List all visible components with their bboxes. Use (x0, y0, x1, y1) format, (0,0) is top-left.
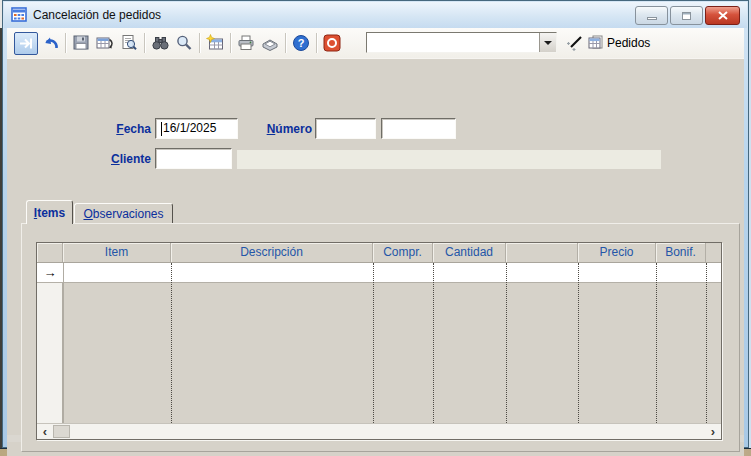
binoculars-icon (151, 34, 170, 52)
cliente-label: Cliente (65, 152, 151, 166)
save-icon (72, 34, 90, 52)
print-preview-button[interactable] (117, 32, 141, 55)
pedidos-table-icon (587, 34, 605, 52)
grid-column-separator (706, 263, 707, 423)
grid-column-separator (63, 263, 64, 423)
maximize-button[interactable] (670, 6, 703, 25)
grid-cell-col-6[interactable] (506, 263, 578, 282)
grid-cell-precio[interactable] (578, 263, 656, 282)
combobox-dropdown-button[interactable] (539, 33, 556, 52)
grid-row[interactable]: → (37, 263, 721, 283)
grid-header-cantidad: Cantidad (433, 243, 506, 262)
help-icon: ? (292, 34, 310, 52)
grid-cell-bonif[interactable] (656, 263, 706, 282)
grid-header-indicator (37, 243, 63, 262)
cliente-code-input[interactable] (155, 148, 232, 169)
grid-column-separator (373, 263, 374, 423)
window-controls (635, 6, 740, 25)
printer-icon (237, 34, 255, 52)
grid-cell-descripcion[interactable] (171, 263, 373, 282)
post-button[interactable] (14, 32, 38, 55)
pedidos-button[interactable]: Pedidos (587, 31, 650, 55)
cliente-name-display (237, 150, 661, 169)
svg-text:?: ? (298, 37, 305, 49)
text-caret (161, 122, 162, 136)
maximize-icon (682, 12, 691, 20)
combobox-value (367, 33, 539, 52)
help-button[interactable]: ? (289, 32, 313, 55)
titlebar[interactable]: Cancelación de pedidos (4, 2, 747, 28)
minimize-icon (647, 17, 657, 20)
grid-indicator-column (37, 263, 63, 423)
refresh-table-button[interactable] (93, 32, 117, 55)
window-title: Cancelación de pedidos (33, 8, 161, 22)
table-arrow-icon (96, 34, 114, 52)
search-button[interactable] (172, 32, 196, 55)
grid-header-item: Item (63, 243, 171, 262)
grid-column-separator (578, 263, 579, 423)
toolbar-separator (65, 33, 66, 53)
grid-header-precio: Precio (578, 243, 656, 262)
grid-header-descripcion: Descripción (171, 243, 373, 262)
toolbar-combobox[interactable] (366, 32, 557, 53)
scan-button[interactable] (258, 32, 282, 55)
toolbar-separator (316, 33, 317, 53)
numero-input-1[interactable] (315, 118, 376, 139)
tab-items[interactable]: Items (26, 200, 73, 224)
grid-horizontal-scrollbar[interactable]: ‹ › (37, 423, 721, 439)
grid-header-row: ItemDescripciónCompr.CantidadPrecioBonif… (37, 243, 721, 263)
scanner-icon (261, 34, 279, 52)
undo-icon (41, 34, 60, 53)
toolbar-separator (199, 33, 200, 53)
grid-cell-cantidad[interactable] (433, 263, 506, 282)
minimize-button[interactable] (635, 6, 668, 25)
grid-column-separator (433, 263, 434, 423)
print-button[interactable] (234, 32, 258, 55)
pedidos-button-label: Pedidos (607, 36, 650, 50)
grid-cell-compr[interactable] (373, 263, 433, 282)
wand-icon (564, 33, 584, 53)
toolbar-separator (144, 33, 145, 53)
grid-column-separator (171, 263, 172, 423)
print-preview-icon (120, 34, 138, 52)
grid-header-bonif: Bonif. (656, 243, 706, 262)
scroll-left-button[interactable]: ‹ (37, 424, 53, 439)
numero-input-2[interactable] (381, 118, 456, 139)
tab-observaciones[interactable]: Observaciones (74, 203, 173, 224)
row-indicator-arrow: → (37, 263, 63, 282)
items-grid: ItemDescripciónCompr.CantidadPrecioBonif… (36, 242, 722, 440)
find-button[interactable] (148, 32, 172, 55)
app-icon (11, 7, 27, 23)
exit-button[interactable] (320, 32, 344, 55)
post-arrow-icon (18, 35, 35, 52)
grid-header-compr: Compr. (373, 243, 433, 262)
grid-column-separator (506, 263, 507, 423)
close-icon (718, 11, 728, 20)
grid-column-separator (656, 263, 657, 423)
grid-body: → (37, 263, 721, 423)
grid-header-col-6 (506, 243, 578, 262)
chevron-down-icon (544, 41, 552, 45)
grid-cell-item[interactable] (63, 263, 171, 282)
scrollbar-thumb[interactable] (53, 425, 70, 438)
toolbar: ? (7, 28, 744, 58)
save-button[interactable] (69, 32, 93, 55)
form-panel: Fecha 16/1/2025 Número Cliente (7, 58, 744, 456)
app-window: Cancelación de pedidos (2, 0, 749, 448)
close-button[interactable] (705, 6, 740, 25)
toolbar-separator (230, 33, 231, 53)
scroll-right-button[interactable]: › (705, 424, 721, 439)
search-icon (175, 34, 193, 52)
exit-power-icon (323, 34, 341, 52)
numero-label: Número (223, 122, 312, 136)
undo-button[interactable] (38, 32, 62, 55)
fecha-label: Fecha (65, 122, 151, 136)
window-client-area: ? (7, 28, 744, 443)
toolbar-separator (285, 33, 286, 53)
new-record-button[interactable] (203, 32, 227, 55)
new-record-icon (206, 34, 224, 52)
wand-button[interactable] (562, 31, 586, 54)
